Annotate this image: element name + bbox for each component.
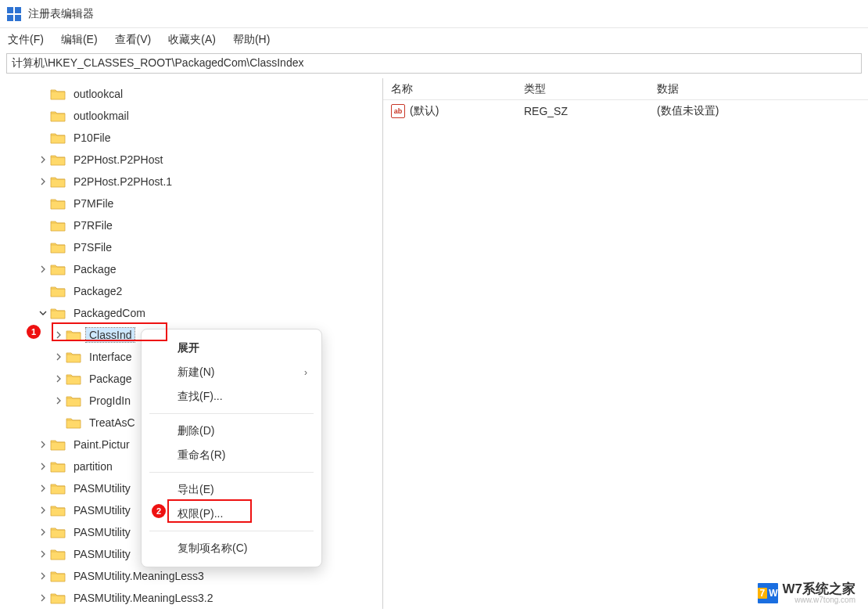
chevron-right-icon[interactable] <box>53 329 64 340</box>
chevron-right-icon: › <box>304 367 307 378</box>
watermark: 7W W7系统之家 www.w7tong.com <box>758 582 856 604</box>
cm-separator <box>149 472 314 473</box>
value-type: REG_SZ <box>524 105 657 117</box>
list-pane: 名称 类型 数据 ab (默认) REG_SZ (数值未设置) <box>383 78 868 609</box>
tree-item-label: Interface <box>86 350 135 364</box>
tree-item-label: P2PHost.P2PHost <box>70 153 166 167</box>
tree-item[interactable]: PackagedCom <box>0 302 382 324</box>
chevron-right-icon[interactable] <box>38 483 48 494</box>
tree-item[interactable]: PASMUtility.MeaningLess3 <box>0 565 382 587</box>
watermark-url: www.w7tong.com <box>783 596 856 604</box>
tree-item[interactable]: P7SFile <box>0 236 382 258</box>
tree-item-label: P7MFile <box>70 196 117 211</box>
tree-item-label: Package <box>86 372 135 386</box>
svg-rect-3 <box>15 15 21 21</box>
tree-item-label: partition <box>70 459 116 473</box>
svg-rect-2 <box>7 15 13 21</box>
tree-item[interactable]: P2PHost.P2PHost <box>0 149 382 171</box>
tree-item-label: PackagedCom <box>70 306 149 320</box>
annotation-dot-1: 1 <box>27 325 41 339</box>
col-header-name[interactable]: 名称 <box>391 82 524 96</box>
cm-rename[interactable]: 重命名(R) <box>142 443 321 467</box>
chevron-right-icon[interactable] <box>38 176 48 187</box>
cm-find[interactable]: 查找(F)... <box>142 384 321 409</box>
address-bar[interactable]: 计算机\HKEY_CLASSES_ROOT\PackagedCom\ClassI… <box>6 53 862 74</box>
menu-view[interactable]: 查看(V) <box>115 33 152 47</box>
chevron-down-icon[interactable] <box>38 308 48 319</box>
tree-item-label: ProgIdIn <box>86 394 134 408</box>
titlebar: 注册表编辑器 <box>0 0 868 28</box>
tree-item-label: P2PHost.P2PHost.1 <box>70 175 175 189</box>
tree-item[interactable]: P10File <box>0 127 382 149</box>
tree-item[interactable]: outlookmail <box>0 105 382 127</box>
tree-item-label: PASMUtility <box>70 525 134 539</box>
list-row[interactable]: ab (默认) REG_SZ (数值未设置) <box>383 100 868 122</box>
cm-delete[interactable]: 删除(D) <box>142 419 321 443</box>
chevron-right-icon[interactable] <box>53 395 64 406</box>
chevron-right-icon[interactable] <box>38 264 48 275</box>
svg-rect-0 <box>7 7 13 13</box>
cm-export[interactable]: 导出(E) <box>142 477 321 502</box>
chevron-right-icon[interactable] <box>38 527 48 538</box>
tree-item[interactable]: P7RFile <box>0 214 382 236</box>
menu-help[interactable]: 帮助(H) <box>233 33 270 47</box>
chevron-right-icon[interactable] <box>38 571 48 581</box>
tree-item-label: PASMUtility <box>70 503 134 517</box>
regedit-icon <box>6 6 22 22</box>
annotation-dot-2: 2 <box>152 504 166 518</box>
cm-expand[interactable]: 展开 <box>142 336 321 360</box>
tree-item-label: PASMUtility.MeaningLess3.2 <box>70 591 216 605</box>
tree-item-label: Package2 <box>70 284 125 298</box>
cm-separator <box>149 413 314 414</box>
chevron-right-icon[interactable] <box>53 351 64 362</box>
tree-item-label: outlookmail <box>70 109 132 123</box>
value-data: (数值未设置) <box>657 104 868 118</box>
watermark-brand: W7系统之家 <box>783 582 856 596</box>
tree-item[interactable]: P7MFile <box>0 193 382 214</box>
tree-item[interactable]: outlookcal <box>0 83 382 105</box>
tree-item-label: P7RFile <box>70 218 116 232</box>
main-split: outlookcaloutlookmailP10FileP2PHost.P2PH… <box>0 78 868 609</box>
chevron-right-icon[interactable] <box>38 154 48 165</box>
tree-item-label: PASMUtility <box>70 481 134 495</box>
tree-item-label: Paint.Pictur <box>70 437 133 452</box>
tree-item-label: TreatAsC <box>86 416 138 430</box>
tree-item[interactable]: P2PHost.P2PHost.1 <box>0 171 382 193</box>
tree-item-label: PASMUtility.MeaningLess3 <box>70 569 207 583</box>
cm-permissions[interactable]: 权限(P)... <box>142 502 321 526</box>
context-menu: 展开 新建(N)› 查找(F)... 删除(D) 重命名(R) 导出(E) 权限… <box>141 329 322 567</box>
chevron-right-icon[interactable] <box>38 505 48 516</box>
tree-item-label: ClassInd <box>86 328 135 342</box>
tree-item[interactable]: PASMUtility.MeaningLess3.2 <box>0 587 382 609</box>
tree-item-label: Package <box>70 262 119 276</box>
tree-item-label: outlookcal <box>70 87 126 101</box>
chevron-right-icon[interactable] <box>38 439 48 450</box>
chevron-right-icon[interactable] <box>38 461 48 472</box>
string-value-icon: ab <box>391 104 405 118</box>
address-text: 计算机\HKEY_CLASSES_ROOT\PackagedCom\ClassI… <box>12 56 303 70</box>
menu-file[interactable]: 文件(F) <box>8 33 44 47</box>
chevron-right-icon[interactable] <box>53 373 64 384</box>
cm-new[interactable]: 新建(N)› <box>142 360 321 384</box>
menu-edit[interactable]: 编辑(E) <box>61 33 98 47</box>
tree-item-label: P10File <box>70 131 113 145</box>
cm-separator <box>149 531 314 531</box>
svg-rect-1 <box>15 7 21 13</box>
watermark-icon: 7W <box>758 583 778 603</box>
menubar: 文件(F) 编辑(E) 查看(V) 收藏夹(A) 帮助(H) <box>0 28 868 52</box>
menu-favorites[interactable]: 收藏夹(A) <box>168 33 216 47</box>
tree-item-label: P7SFile <box>70 240 115 254</box>
value-name: (默认) <box>410 104 439 118</box>
col-header-type[interactable]: 类型 <box>524 82 657 96</box>
tree-item[interactable]: Package <box>0 258 382 280</box>
chevron-right-icon[interactable] <box>38 592 48 603</box>
col-header-data[interactable]: 数据 <box>657 82 868 96</box>
tree-item-label: PASMUtility <box>70 547 134 561</box>
tree-item[interactable]: Package2 <box>0 280 382 302</box>
cm-copy-key-name[interactable]: 复制项名称(C) <box>142 536 321 560</box>
chevron-right-icon[interactable] <box>38 549 48 560</box>
window-title: 注册表编辑器 <box>28 7 94 21</box>
list-header: 名称 类型 数据 <box>383 78 868 100</box>
